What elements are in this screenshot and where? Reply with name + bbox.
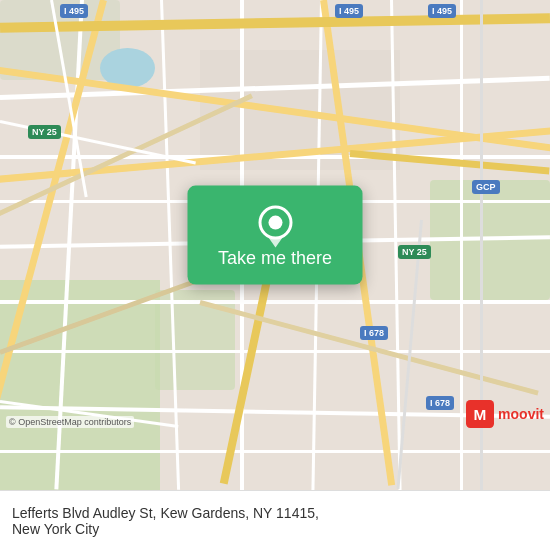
city-line: New York City [12,521,538,537]
take-me-there-button[interactable]: Take me there [218,248,332,269]
moovit-text: moovit [498,406,544,422]
moovit-logo: M moovit [466,400,544,428]
shield-i678-2: I 678 [426,396,454,410]
pin-head [258,206,292,240]
address-line: Lefferts Blvd Audley St, Kew Gardens, NY… [12,505,538,521]
shield-ny25-right: NY 25 [398,245,431,259]
map-container: I 495 I 495 I 495 NY 25 NY 25 GCP I 678 … [0,0,550,490]
moovit-icon: M [466,400,494,428]
shield-i495-mid: I 495 [335,4,363,18]
bottom-bar: Lefferts Blvd Audley St, Kew Gardens, NY… [0,490,550,550]
road-h5 [0,300,550,304]
shield-i495-left: I 495 [60,4,88,18]
location-pin [258,206,292,248]
pin-head-inner [268,216,282,230]
road-h8 [0,450,550,453]
road-h6 [0,350,550,353]
svg-text:M: M [474,406,487,423]
shield-i678-1: I 678 [360,326,388,340]
road-v6 [460,0,463,490]
shield-i495-right: I 495 [428,4,456,18]
shield-ny25-left: NY 25 [28,125,61,139]
park-area-2 [155,290,235,390]
shield-gcp: GCP [472,180,500,194]
copyright-text: © OpenStreetMap contributors [6,416,134,428]
park-area-1 [0,280,160,490]
location-card[interactable]: Take me there [188,186,363,285]
